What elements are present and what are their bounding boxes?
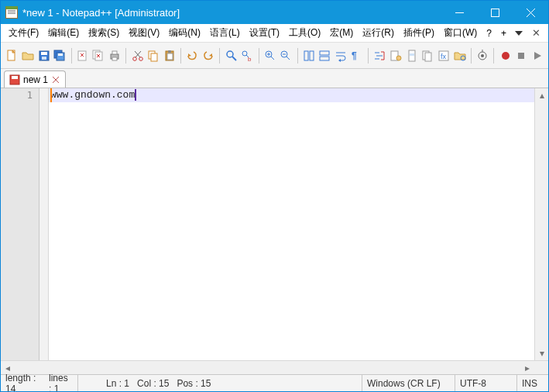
wrap-icon[interactable] xyxy=(335,48,348,64)
status-encoding[interactable]: UTF-8 xyxy=(455,375,517,391)
title-bar: *new 1 - Notepad++ [Administrator] xyxy=(1,1,548,24)
svg-text:¶: ¶ xyxy=(352,50,357,61)
status-eol[interactable]: Windows (CR LF) xyxy=(362,375,455,391)
text-editor[interactable]: www.gndown.com xyxy=(49,88,534,360)
toolbar-separator xyxy=(219,48,220,64)
tab-new1[interactable]: new 1 xyxy=(4,70,66,88)
svg-rect-20 xyxy=(112,57,117,60)
scroll-track-h[interactable] xyxy=(15,361,520,374)
menu-tools[interactable]: 工具(O) xyxy=(284,24,325,42)
close-all-icon[interactable] xyxy=(92,48,105,64)
svg-rect-6 xyxy=(41,52,47,55)
svg-line-40 xyxy=(287,57,290,60)
svg-rect-64 xyxy=(518,53,524,59)
show-all-chars-icon[interactable]: ¶ xyxy=(350,48,363,64)
window-title: *new 1 - Notepad++ [Administrator] xyxy=(22,7,441,19)
editor-text: www.gndown.com xyxy=(50,89,135,101)
status-position: Ln : 1 Col : 15 Pos : 15 xyxy=(78,375,362,391)
record-macro-icon[interactable] xyxy=(499,48,512,64)
editor-line[interactable]: www.gndown.com xyxy=(49,88,534,102)
app-icon xyxy=(5,6,18,19)
menu-window[interactable]: 窗口(W) xyxy=(439,24,482,42)
svg-rect-28 xyxy=(167,53,173,60)
menu-macro[interactable]: 宏(M) xyxy=(325,24,358,42)
new-file-icon[interactable] xyxy=(5,48,19,64)
zoom-in-icon[interactable] xyxy=(263,48,276,64)
sync-h-icon[interactable] xyxy=(318,48,331,64)
menu-language[interactable]: 语言(L) xyxy=(205,24,245,42)
menu-settings[interactable]: 设置(T) xyxy=(245,24,284,42)
menu-plugins[interactable]: 插件(P) xyxy=(399,24,439,42)
status-bar: length : 14 lines : 1 Ln : 1 Col : 15 Po… xyxy=(1,374,548,391)
menu-run[interactable]: 运行(R) xyxy=(358,24,399,42)
stop-macro-icon[interactable] xyxy=(515,48,528,64)
window-controls xyxy=(441,1,548,24)
folder-workspace-icon[interactable] xyxy=(453,48,466,64)
menu-encoding[interactable]: 编码(N) xyxy=(164,24,205,42)
text-caret xyxy=(135,89,136,101)
menu-file[interactable]: 文件(F) xyxy=(4,24,43,42)
menu-edit[interactable]: 编辑(E) xyxy=(43,24,84,42)
line-number-gutter: 1 xyxy=(1,88,39,360)
save-icon[interactable] xyxy=(37,48,50,64)
tab-bar: new 1 xyxy=(1,69,548,88)
close-file-icon[interactable] xyxy=(76,48,89,64)
close-button[interactable] xyxy=(513,1,548,24)
svg-rect-45 xyxy=(320,57,329,60)
save-all-icon[interactable] xyxy=(53,48,67,64)
scroll-right-icon[interactable]: ▸ xyxy=(520,361,534,374)
minimize-button[interactable] xyxy=(441,1,477,24)
open-file-icon[interactable] xyxy=(22,48,35,64)
fold-margin[interactable] xyxy=(39,88,49,360)
function-list-icon[interactable]: fx xyxy=(437,48,451,64)
find-icon[interactable] xyxy=(225,48,238,64)
monitor-icon[interactable] xyxy=(476,48,489,64)
play-macro-icon[interactable] xyxy=(530,48,544,64)
svg-point-52 xyxy=(396,56,401,60)
scroll-corner xyxy=(534,361,548,374)
toolbar-separator xyxy=(125,48,126,64)
replace-icon[interactable]: b xyxy=(241,48,254,64)
doc-list-icon[interactable] xyxy=(421,48,434,64)
paste-icon[interactable] xyxy=(163,48,177,64)
svg-rect-66 xyxy=(12,76,18,79)
scroll-up-icon[interactable]: ▴ xyxy=(535,88,548,102)
indent-guide-icon[interactable] xyxy=(373,48,386,64)
menu-search[interactable]: 搜索(S) xyxy=(84,24,124,42)
print-icon[interactable] xyxy=(108,48,122,64)
svg-rect-7 xyxy=(42,57,46,60)
cut-icon[interactable] xyxy=(131,48,144,64)
menu-help[interactable]: ? xyxy=(482,26,496,41)
toolbar-overflow-icon[interactable] xyxy=(515,31,523,36)
scroll-track[interactable] xyxy=(535,102,548,346)
toolbar-separator xyxy=(368,48,369,64)
change-marker xyxy=(50,88,52,102)
doc-map-icon[interactable] xyxy=(405,48,418,64)
svg-rect-54 xyxy=(410,53,414,56)
svg-text:b: b xyxy=(248,56,252,62)
svg-text:fx: fx xyxy=(441,53,447,60)
svg-line-36 xyxy=(271,57,274,60)
undo-icon[interactable] xyxy=(186,48,199,64)
svg-line-31 xyxy=(232,57,236,60)
lang-user-icon[interactable] xyxy=(389,48,403,64)
svg-rect-44 xyxy=(320,51,329,55)
editor-area: 1 www.gndown.com ▴ ▾ xyxy=(1,88,548,360)
svg-rect-19 xyxy=(112,51,117,54)
menu-newdoc[interactable]: + xyxy=(496,26,511,41)
status-insert-mode[interactable]: INS xyxy=(517,375,548,391)
tab-close-icon[interactable] xyxy=(51,75,60,84)
vertical-scrollbar[interactable]: ▴ ▾ xyxy=(534,88,548,360)
menu-view[interactable]: 视图(V) xyxy=(124,24,164,42)
horizontal-scrollbar[interactable]: ◂ ▸ xyxy=(1,360,548,374)
sync-v-icon[interactable] xyxy=(302,48,315,64)
svg-point-63 xyxy=(502,52,510,60)
svg-rect-56 xyxy=(425,53,431,61)
copy-icon[interactable] xyxy=(147,48,160,64)
scroll-down-icon[interactable]: ▾ xyxy=(535,346,548,360)
redo-icon[interactable] xyxy=(202,48,215,64)
maximize-button[interactable] xyxy=(477,1,513,24)
zoom-out-icon[interactable] xyxy=(280,48,293,64)
svg-rect-43 xyxy=(310,51,314,60)
close-x-icon[interactable]: ✕ xyxy=(532,27,540,39)
